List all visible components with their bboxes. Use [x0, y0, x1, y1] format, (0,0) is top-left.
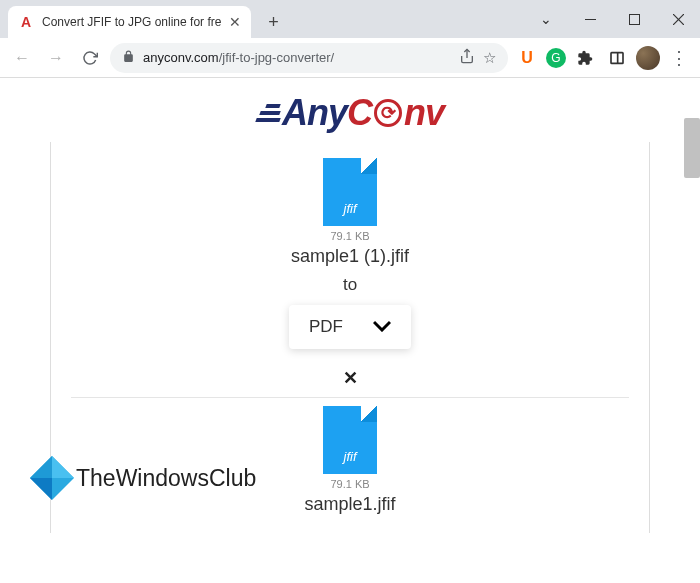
file-size-text: 79.1 KB — [51, 230, 649, 242]
lock-icon — [122, 50, 135, 66]
file-name-text: sample1 (1).jfif — [51, 246, 649, 267]
to-label: to — [51, 275, 649, 295]
window-controls: ⌄ — [524, 0, 700, 38]
watermark: TheWindowsClub — [30, 456, 256, 500]
tab-title: Convert JFIF to JPG online for fre — [42, 15, 221, 29]
svg-rect-1 — [629, 14, 639, 24]
logo-speed-lines-icon — [256, 101, 280, 125]
browser-tab[interactable]: A Convert JFIF to JPG online for fre ✕ — [8, 6, 251, 38]
logo-text-any: Any — [282, 92, 347, 134]
nav-forward-button[interactable]: → — [42, 44, 70, 72]
file-ext-label: jfif — [344, 201, 357, 216]
file-ext-label: jfif — [344, 449, 357, 464]
chevron-down-icon — [373, 319, 391, 335]
window-minimize-button[interactable] — [568, 4, 612, 34]
svg-marker-10 — [30, 456, 52, 478]
svg-marker-9 — [30, 478, 52, 500]
remove-file-button[interactable]: ✕ — [51, 367, 649, 389]
side-panel-icon[interactable] — [604, 45, 630, 71]
new-tab-button[interactable]: + — [259, 8, 287, 36]
tab-favicon: A — [18, 14, 34, 30]
watermark-text: TheWindowsClub — [76, 465, 256, 492]
tabs-dropdown-icon[interactable]: ⌄ — [524, 4, 568, 34]
logo-text-nv: nv — [404, 92, 444, 134]
item-divider — [71, 397, 629, 398]
watermark-logo-icon — [30, 456, 74, 500]
bookmark-star-icon[interactable]: ☆ — [483, 49, 496, 67]
logo-cycle-icon — [374, 99, 402, 127]
file-type-icon: jfif — [323, 406, 377, 474]
chrome-menu-icon[interactable]: ⋮ — [666, 47, 692, 69]
window-maximize-button[interactable] — [612, 4, 656, 34]
window-close-button[interactable] — [656, 4, 700, 34]
logo-text-c: C — [347, 92, 372, 134]
nav-reload-button[interactable] — [76, 44, 104, 72]
nav-back-button[interactable]: ← — [8, 44, 36, 72]
extension-grammarly-icon[interactable]: G — [546, 48, 566, 68]
tab-close-icon[interactable]: ✕ — [229, 14, 241, 30]
window-titlebar: A Convert JFIF to JPG online for fre ✕ +… — [0, 0, 700, 38]
file-item: jfif 79.1 KB sample1 (1).jfif to PDF ✕ — [51, 158, 649, 389]
browser-toolbar: ← → anyconv.com/jfif-to-jpg-converter/ ☆… — [0, 38, 700, 78]
address-bar[interactable]: anyconv.com/jfif-to-jpg-converter/ ☆ — [110, 43, 508, 73]
extension-ublock-icon[interactable]: U — [514, 45, 540, 71]
url-text: anyconv.com/jfif-to-jpg-converter/ — [143, 50, 451, 65]
svg-marker-8 — [52, 456, 74, 478]
target-format-dropdown[interactable]: PDF — [289, 305, 411, 349]
share-icon[interactable] — [459, 48, 475, 67]
profile-avatar[interactable] — [636, 46, 660, 70]
file-type-icon: jfif — [323, 158, 377, 226]
page-viewport: Any C nv jfif 79.1 KB sample1 (1).jfif t… — [0, 78, 700, 583]
scrollbar-thumb[interactable] — [684, 118, 700, 178]
extensions-menu-icon[interactable] — [572, 45, 598, 71]
site-logo[interactable]: Any C nv — [0, 78, 700, 142]
target-format-value: PDF — [309, 317, 343, 337]
